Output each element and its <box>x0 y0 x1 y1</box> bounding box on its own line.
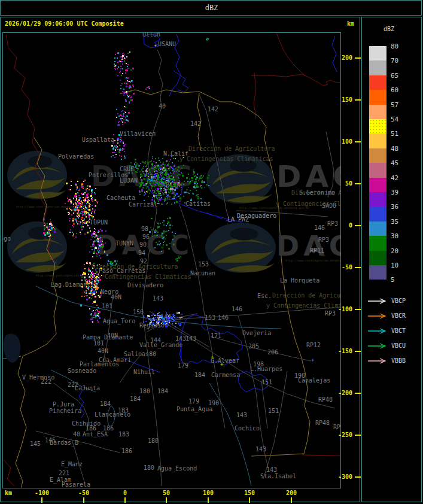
bottom-axis-label: -50 <box>71 490 97 496</box>
map-label: RP12 <box>306 342 321 348</box>
map-label: 179 <box>188 399 199 405</box>
scale-tick-label: 57 <box>391 102 398 108</box>
map-label: 184 <box>194 372 205 378</box>
dacc-watermark-subtext: Dirección de Agricultura <box>188 145 275 152</box>
map-label: 101 <box>93 341 104 347</box>
scale-block <box>369 148 387 163</box>
map-label: 180 <box>139 388 150 394</box>
watermark-url: http://www.contingencias.mendoza.gov.ar <box>36 274 106 277</box>
scale-block <box>369 133 387 148</box>
map-label: 151 <box>261 379 272 385</box>
scale-tick-label: 42 <box>391 175 398 181</box>
map-label: Parlamentos <box>80 362 119 368</box>
bottom-axis-label: 150 <box>236 490 263 496</box>
map-label: Pincheira <box>49 408 81 414</box>
scale-block <box>369 90 387 104</box>
map-label: TUNYN <box>115 241 133 247</box>
map-label: MARTIN <box>159 182 180 188</box>
map-label: 142 <box>190 121 201 127</box>
map-label: Valle_Grande <box>139 342 182 348</box>
map-plus-marker: + <box>154 42 157 47</box>
map-label: RP48 <box>315 420 330 426</box>
map-label: Carmensa <box>211 372 240 378</box>
bottom-axis-label: 200 <box>278 490 305 496</box>
watermark-url: http://www.contingencias.mendoza.gov.ar <box>16 205 86 208</box>
map-label: L.Huarpes <box>250 366 282 372</box>
map-label: 179 <box>178 363 188 369</box>
map-label: 40 <box>159 104 166 110</box>
scale-tick-label: 48 <box>391 145 398 152</box>
map-label: 186 <box>121 448 132 454</box>
map-label: P.Jura <box>53 402 74 408</box>
map-label: 180 <box>148 438 159 444</box>
map-label: RP11 <box>310 248 324 254</box>
map-label: 180 <box>144 465 154 471</box>
map-label: RP3 <box>325 311 336 317</box>
map-label: 144 <box>160 314 171 320</box>
map-path <box>174 71 188 92</box>
scale-block <box>369 105 387 119</box>
map-label: Cacheuta <box>106 195 135 201</box>
map-label: 151 <box>268 408 279 414</box>
map-label: CRUZ <box>120 166 134 172</box>
map-label: Villavicen <box>120 131 156 137</box>
map-label: 222 <box>41 379 51 385</box>
map-path <box>209 383 251 486</box>
map-label: 40N <box>111 294 121 300</box>
right-axis-tick <box>355 351 361 352</box>
map-path <box>4 460 14 486</box>
watermark-url: http://www.contingencias.mendoza.gov.ar <box>239 206 309 210</box>
right-axis-tick <box>355 435 361 436</box>
scale-tick-label: 65 <box>391 72 398 79</box>
legend-arrow-icon <box>367 298 389 304</box>
map-label: 40 <box>73 432 80 438</box>
dacc-logo-watermark <box>205 223 276 273</box>
scale-block <box>369 251 387 265</box>
map-label: 90 <box>139 242 147 248</box>
map-label: Agua_Escond <box>157 466 197 472</box>
map-label: Nihuil <box>133 369 155 375</box>
map-label: 145 <box>30 441 41 447</box>
bottom-axis-tick <box>291 497 292 503</box>
radar-map[interactable]: DACCDACCDACCDACCDirección de Agricultura… <box>2 32 341 488</box>
map-label: 94 <box>138 250 145 256</box>
map-label: RP3 <box>318 237 329 243</box>
map-label: 96 <box>142 234 150 240</box>
dacc-logo-watermark <box>7 221 67 273</box>
map-label: Carrizal <box>129 202 157 208</box>
map-label: 150 <box>133 309 144 315</box>
map-label: 144 <box>150 338 161 344</box>
map-label: 184 <box>100 401 111 407</box>
map-label: Regadios <box>139 323 168 329</box>
map-label: Divisadero <box>127 283 163 289</box>
map-label: 98 <box>141 226 148 232</box>
map-label: S.Geronimo <box>299 190 335 196</box>
map-label: Sosneado <box>68 368 96 374</box>
legend-arrow-icon <box>367 328 389 334</box>
map-label: Sta.Isabel <box>260 473 296 479</box>
map-label: Cochico <box>235 426 260 432</box>
map-label: Lag.Diamante <box>51 282 94 288</box>
map-label: Canalejas <box>298 378 330 384</box>
scale-tick-label: 70 <box>391 57 398 64</box>
bottom-axis-label: -100 <box>29 490 55 496</box>
map-label: 146 <box>232 306 242 312</box>
map-label: 190 <box>208 400 219 406</box>
scale-tick-label: 51 <box>391 130 398 137</box>
scale-block <box>369 75 387 90</box>
scale-block <box>369 265 387 280</box>
scale-tick-label: 60 <box>391 87 398 93</box>
scale-tick-label: 54 <box>391 116 398 123</box>
bottom-axis-tick <box>41 497 42 503</box>
right-axis-tick <box>355 99 361 101</box>
map-path <box>332 36 337 72</box>
right-axis-tick <box>355 183 361 184</box>
bottom-axis-tick <box>249 497 250 503</box>
map-label: LaJunta <box>75 385 100 391</box>
scale-block <box>369 192 387 207</box>
map-label: Punta_Agua <box>176 406 212 412</box>
map-path <box>251 454 304 456</box>
radar-app-window: dBZ 2026/01/29 09:06:00 UTC Composite km… <box>0 0 423 504</box>
map-label: Desaguadero <box>237 213 276 219</box>
map-path <box>254 73 256 119</box>
